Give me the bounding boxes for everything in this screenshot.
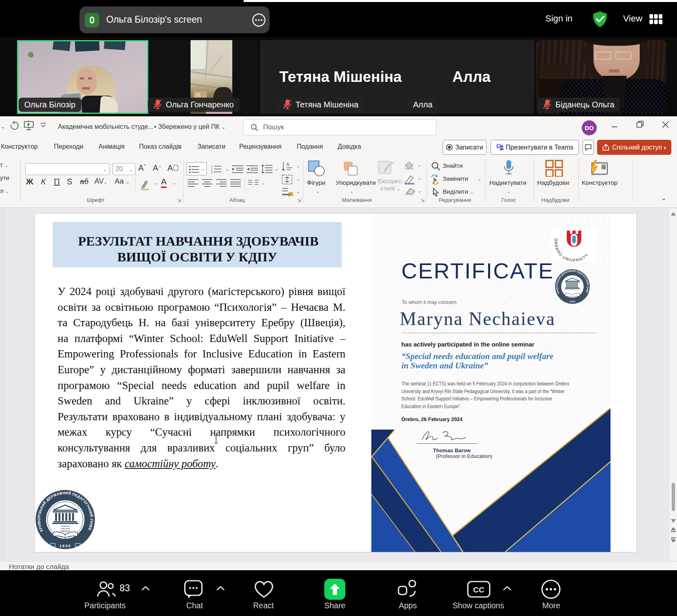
svg-text:CREATIO: CREATIO: [61, 528, 70, 530]
svg-text:1: 1: [211, 165, 212, 168]
svg-text:1930: 1930: [569, 300, 575, 303]
svg-text:VERITAS: VERITAS: [61, 525, 70, 527]
svg-text:b: b: [433, 177, 437, 183]
svg-text:3: 3: [211, 171, 212, 173]
svg-text:1930: 1930: [59, 543, 71, 548]
svg-text:A: A: [286, 162, 289, 167]
svg-text:LIBERTAS: LIBERTAS: [60, 530, 71, 532]
svg-text:CC: CC: [473, 586, 484, 594]
svg-text:2: 2: [211, 168, 212, 171]
